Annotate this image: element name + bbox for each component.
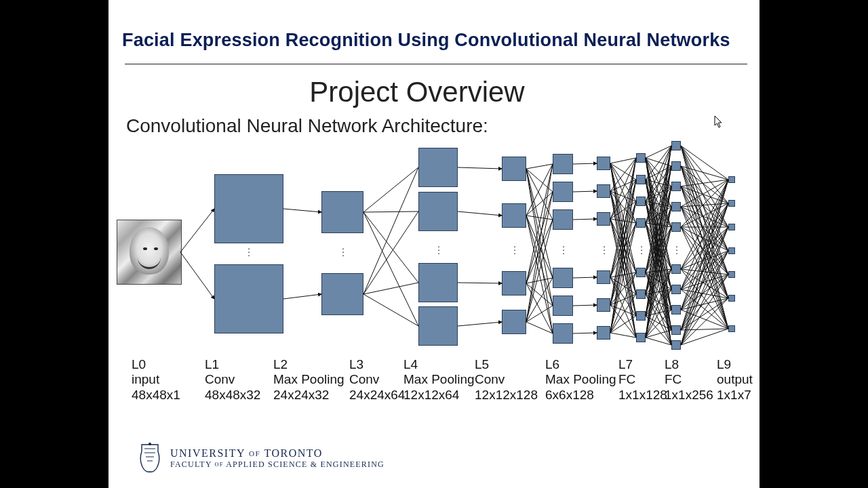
svg-line-123 [646,201,671,345]
layer-l8-node [671,222,681,232]
svg-line-60 [610,191,636,316]
svg-line-33 [526,283,553,333]
layer-l3-block [418,306,458,346]
svg-line-44 [573,305,597,306]
svg-line-235 [681,298,728,330]
layer-l6-block [597,212,610,226]
svg-line-134 [646,146,671,272]
svg-line-17 [526,169,553,192]
layer-l4-block [502,310,526,334]
svg-line-172 [646,330,671,338]
svg-line-36 [526,220,553,322]
svg-line-191 [681,186,728,251]
svg-line-219 [681,251,728,289]
layer-l4-block [502,157,526,181]
svg-line-64 [610,201,636,219]
svg-line-81 [610,223,636,305]
svg-line-202 [681,180,728,227]
layer-l3-block [418,148,458,187]
layer-l7-node [636,311,646,321]
svg-line-8 [363,167,418,294]
layer-label-l2: L2 Max Pooling 24x24x32 [273,357,344,403]
layer-l5-block [553,296,573,316]
svg-line-16 [526,164,553,169]
svg-line-173 [646,338,671,345]
svg-line-78 [610,158,636,305]
svg-line-210 [681,203,728,269]
svg-line-184 [681,166,728,251]
svg-line-40 [573,163,597,164]
svg-line-89 [610,223,636,333]
svg-line-75 [610,277,636,294]
svg-line-50 [610,163,636,272]
layer-label-l9: L9 output 1x1x7 [717,357,753,403]
slide-title: Facial Expression Recognition Using Conv… [122,30,746,51]
svg-line-238 [681,203,728,345]
svg-line-212 [681,251,728,269]
section-heading: Project Overview [108,76,726,108]
layer-label-l3: L3 Conv 24x24x64 [349,357,405,403]
svg-line-31 [526,278,553,283]
svg-line-154 [646,146,671,316]
layer-l7-node [636,153,646,163]
svg-line-159 [646,269,671,316]
svg-line-192 [681,186,728,274]
svg-line-66 [610,219,636,272]
svg-line-18 [526,169,553,220]
svg-line-147 [646,207,671,294]
svg-line-111 [646,180,671,310]
layer-l5-block [553,323,573,344]
input-face-image [117,220,182,285]
svg-line-73 [610,223,636,277]
svg-line-107 [646,180,671,207]
svg-line-88 [610,201,636,333]
svg-line-237 [681,180,728,345]
layer-l5-block [553,268,573,288]
svg-line-240 [681,251,728,345]
svg-line-23 [526,192,553,216]
svg-line-22 [526,164,553,216]
svg-line-188 [681,180,728,186]
svg-line-79 [610,180,636,305]
svg-line-100 [646,158,671,289]
svg-line-29 [526,192,553,283]
svg-line-135 [646,166,671,272]
svg-line-129 [646,223,671,269]
svg-line-45 [573,333,597,333]
svg-line-198 [681,207,728,251]
svg-line-86 [610,158,636,333]
ellipsis-icon: ••• [513,245,517,256]
svg-line-43 [573,277,597,278]
svg-line-166 [646,186,671,338]
svg-line-194 [681,186,728,329]
layer-l8-node [671,141,681,150]
svg-line-15 [458,322,502,326]
svg-line-74 [610,272,636,277]
svg-line-230 [681,180,728,330]
layer-l7-node [636,333,646,342]
svg-line-130 [646,223,671,289]
svg-line-213 [681,269,728,274]
svg-line-199 [681,207,728,274]
cursor-icon [714,115,724,129]
svg-line-239 [681,227,728,345]
layer-l9-node [728,247,735,254]
svg-line-2 [283,209,321,212]
svg-line-122 [646,201,671,330]
svg-line-178 [681,146,728,274]
layer-l8-node [671,325,681,335]
svg-line-211 [681,227,728,269]
svg-line-101 [646,158,671,310]
layer-l9-node [728,295,735,302]
svg-line-168 [646,227,671,338]
svg-line-163 [646,316,671,345]
svg-line-10 [363,283,418,294]
ellipsis-icon: ••• [437,245,441,256]
svg-line-110 [646,180,671,289]
svg-line-95 [646,158,671,166]
svg-line-228 [681,298,728,310]
layer-l1-block [214,174,283,243]
svg-line-65 [610,219,636,223]
svg-line-209 [681,180,728,269]
svg-line-151 [646,294,671,310]
